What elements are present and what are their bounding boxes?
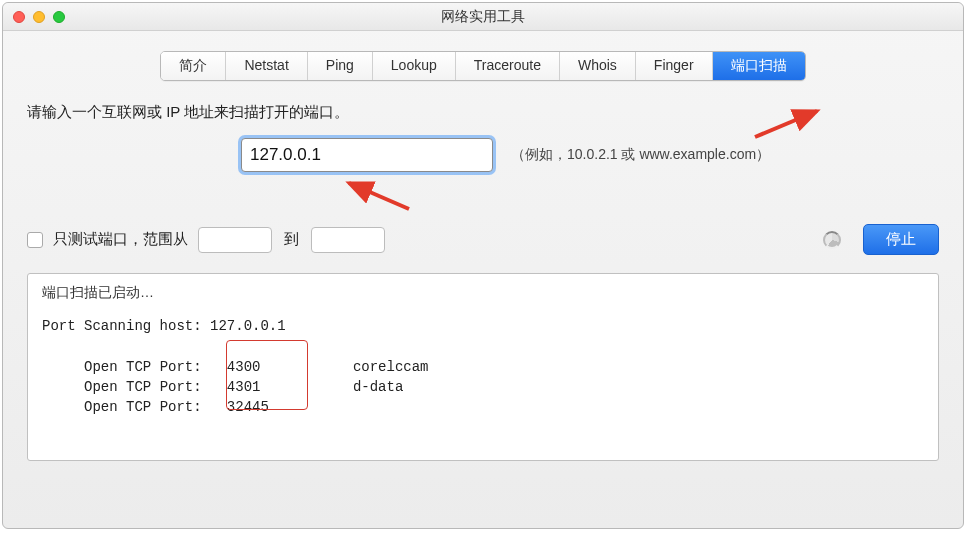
tab-lookup[interactable]: Lookup (373, 52, 456, 80)
tab-netstat[interactable]: Netstat (226, 52, 307, 80)
range-to-input[interactable] (311, 227, 385, 253)
address-input[interactable] (241, 138, 493, 172)
annotation-arrow-tab (751, 107, 831, 137)
annotation-port-box (226, 340, 308, 410)
range-to-label: 到 (284, 230, 299, 249)
tabbar: 简介 Netstat Ping Lookup Traceroute Whois … (160, 51, 805, 81)
window-title: 网络实用工具 (3, 8, 963, 26)
test-ports-only-checkbox[interactable] (27, 232, 43, 248)
tab-ping[interactable]: Ping (308, 52, 373, 80)
stop-button[interactable]: 停止 (863, 224, 939, 255)
tab-intro[interactable]: 简介 (161, 52, 226, 80)
tab-finger[interactable]: Finger (636, 52, 713, 80)
address-example: （例如，10.0.2.1 或 www.example.com） (511, 146, 770, 164)
spinner-icon (823, 231, 841, 249)
titlebar: 网络实用工具 (3, 3, 963, 31)
tab-portscan[interactable]: 端口扫描 (713, 52, 805, 80)
close-icon[interactable] (13, 11, 25, 23)
tab-traceroute[interactable]: Traceroute (456, 52, 560, 80)
options-row: 只测试端口，范围从 到 停止 (27, 224, 939, 255)
output-text: Port Scanning host: 127.0.0.1 Open TCP P… (42, 316, 924, 417)
app-window: 网络实用工具 简介 Netstat Ping Lookup Traceroute… (2, 2, 964, 529)
address-row: （例如，10.0.2.1 或 www.example.com） (241, 138, 939, 172)
zoom-icon[interactable] (53, 11, 65, 23)
output-panel: 端口扫描已启动… Port Scanning host: 127.0.0.1 O… (27, 273, 939, 461)
content-area: 简介 Netstat Ping Lookup Traceroute Whois … (3, 31, 963, 528)
traffic-lights (3, 11, 65, 23)
test-ports-only-label: 只测试端口，范围从 (53, 230, 188, 249)
range-from-input[interactable] (198, 227, 272, 253)
output-status: 端口扫描已启动… (42, 284, 924, 302)
annotation-arrow-input (343, 177, 413, 213)
tabbar-container: 简介 Netstat Ping Lookup Traceroute Whois … (160, 51, 805, 81)
tab-whois[interactable]: Whois (560, 52, 636, 80)
minimize-icon[interactable] (33, 11, 45, 23)
